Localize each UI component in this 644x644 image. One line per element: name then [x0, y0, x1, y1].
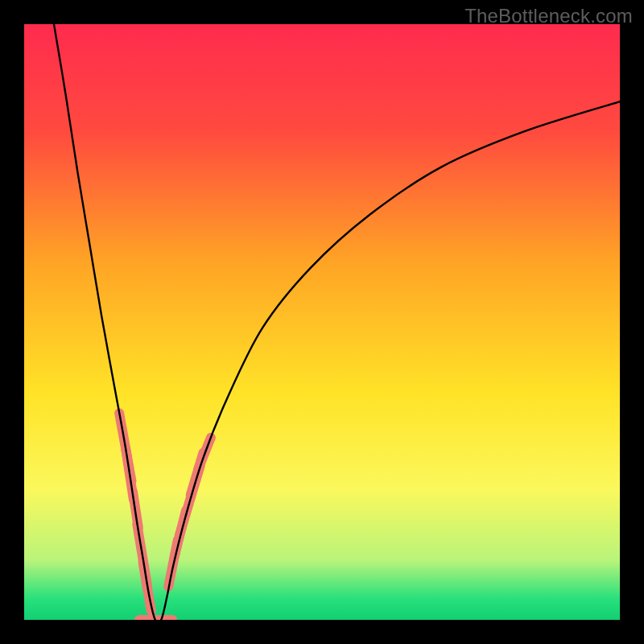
bottleneck-chart [24, 24, 620, 620]
chart-frame: TheBottleneck.com [0, 0, 644, 644]
plot-area [24, 24, 620, 620]
gradient-background [24, 24, 620, 620]
watermark-text: TheBottleneck.com [464, 5, 633, 27]
